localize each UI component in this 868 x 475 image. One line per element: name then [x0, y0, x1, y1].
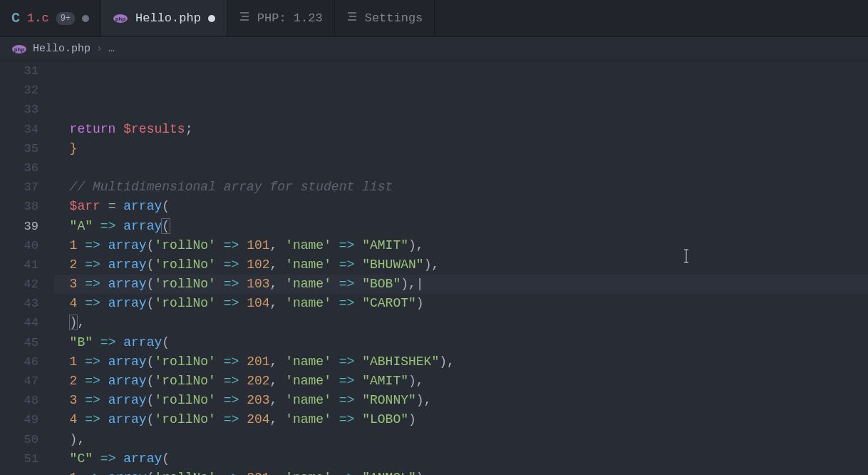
line-number: 38: [0, 197, 38, 216]
line-number: 40: [0, 236, 38, 255]
code-line[interactable]: return $results;: [54, 120, 868, 139]
code-line[interactable]: 4 => array('rollNo' => 204, 'name' => "L…: [54, 410, 868, 429]
code-line[interactable]: "C" => array(: [54, 449, 868, 469]
line-number: 32: [0, 81, 38, 100]
line-number: 42: [0, 275, 38, 294]
tab-settings[interactable]: Settings: [335, 0, 435, 36]
line-number: 47: [0, 372, 38, 391]
line-number: 37: [0, 178, 38, 197]
code-area[interactable]: return $results; } // Multidimensional a…: [54, 61, 868, 475]
svg-text:php: php: [115, 16, 126, 22]
code-line[interactable]: 2 => array('rollNo' => 102, 'name' => "B…: [54, 255, 868, 275]
tab-label: PHP: 1.23: [257, 11, 323, 25]
code-line[interactable]: // Multidimensional array for student li…: [54, 178, 868, 197]
code-line[interactable]: ),: [54, 313, 868, 332]
breadcrumb[interactable]: php Hello.php › …: [0, 37, 868, 61]
code-line[interactable]: 3 => array('rollNo' => 103, 'name' => "B…: [54, 275, 868, 294]
line-number: 41: [0, 255, 38, 275]
list-icon: [239, 11, 250, 25]
tab-badge: 9+: [56, 12, 75, 25]
code-line[interactable]: }: [54, 139, 868, 158]
code-line[interactable]: [54, 158, 868, 178]
c-file-icon: C: [11, 10, 20, 26]
tab-bar: C 1.c 9+ php Hello.php PHP: 1.23 Setting…: [0, 0, 868, 37]
line-number: 31: [0, 61, 38, 81]
code-line[interactable]: 1 => array('rollNo' => 201, 'name' => "A…: [54, 352, 868, 372]
tab-label: 1.c: [27, 11, 49, 25]
code-line[interactable]: $arr = array(: [54, 197, 868, 216]
dirty-indicator-icon: [208, 15, 215, 22]
php-file-icon: php: [113, 14, 128, 24]
line-number: 48: [0, 391, 38, 410]
code-line[interactable]: ),: [54, 430, 868, 449]
line-number: 49: [0, 410, 38, 429]
editor[interactable]: 3132333435363738394041424344454647484950…: [0, 61, 868, 475]
line-number: 43: [0, 294, 38, 313]
php-file-icon: php: [11, 44, 27, 54]
line-number: 34: [0, 120, 38, 139]
breadcrumb-more: …: [108, 43, 115, 55]
line-number: 39: [0, 217, 38, 236]
line-number-gutter: 3132333435363738394041424344454647484950…: [0, 61, 54, 475]
breadcrumb-file: Hello.php: [33, 43, 91, 55]
code-line[interactable]: 3 => array('rollNo' => 203, 'name' => "R…: [54, 391, 868, 410]
tab-label: Settings: [365, 11, 423, 25]
tab-hello-php[interactable]: php Hello.php: [101, 0, 227, 36]
code-line[interactable]: "B" => array(: [54, 333, 868, 352]
code-line[interactable]: 1 => array('rollNo' => 101, 'name' => "A…: [54, 236, 868, 255]
list-icon: [346, 11, 358, 25]
line-number: 45: [0, 333, 38, 352]
line-number: 36: [0, 158, 38, 178]
tab-label: Hello.php: [135, 11, 201, 25]
line-number: 51: [0, 449, 38, 469]
line-number: 35: [0, 139, 38, 158]
chevron-right-icon: ›: [96, 43, 103, 55]
dirty-indicator-icon: [82, 15, 89, 22]
line-number: 46: [0, 352, 38, 372]
line-number: 44: [0, 313, 38, 332]
tab-php-version[interactable]: PHP: 1.23: [227, 0, 335, 36]
code-line[interactable]: "A" => array(: [54, 217, 868, 236]
code-line[interactable]: 2 => array('rollNo' => 202, 'name' => "A…: [54, 372, 868, 391]
tab-1c[interactable]: C 1.c 9+: [0, 0, 101, 36]
line-number: 50: [0, 430, 38, 449]
code-line[interactable]: 4 => array('rollNo' => 104, 'name' => "C…: [54, 294, 868, 313]
svg-text:php: php: [14, 46, 25, 53]
line-number: 33: [0, 100, 38, 119]
code-line[interactable]: 1 => array('rollNo' => 301, 'name' => "A…: [54, 469, 868, 475]
